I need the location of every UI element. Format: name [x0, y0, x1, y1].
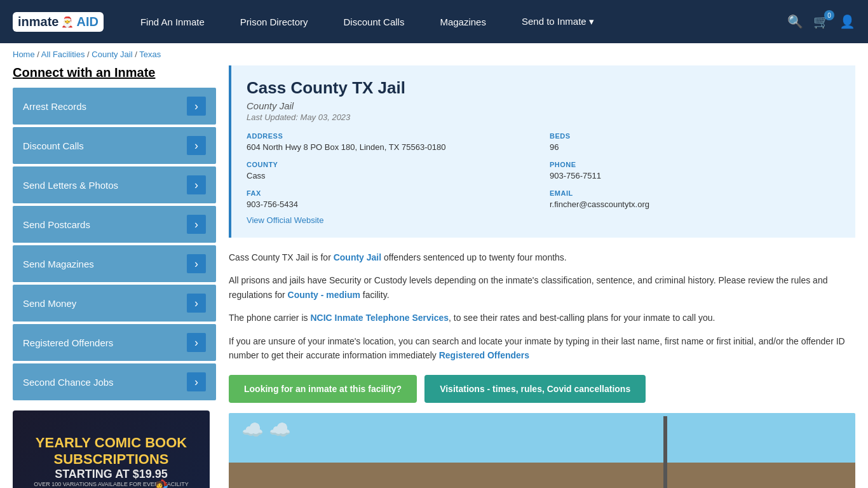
facility-photo: ☁️ ☁️ — [229, 413, 855, 488]
arrow-icon: › — [187, 215, 206, 234]
ad-line3: STARTING AT $19.95 — [55, 468, 168, 481]
sidebar-item-registered-offenders[interactable]: Registered Offenders › — [13, 324, 216, 361]
nav-send-to-inmate[interactable]: Send to Inmate ▾ — [504, 0, 612, 43]
sidebar-item-send-postcards[interactable]: Send Postcards › — [13, 206, 216, 243]
arrow-icon: › — [187, 372, 206, 391]
sidebar-item-label-arrest-records: Arrest Records — [23, 101, 86, 112]
sidebar-menu: Arrest Records › Discount Calls › Send L… — [13, 88, 216, 400]
nav-discount-calls[interactable]: Discount Calls — [326, 0, 423, 43]
cart-badge: 0 — [824, 10, 834, 20]
site-header: inmate 🎅 AID Find An Inmate Prison Direc… — [0, 0, 868, 43]
ad-heroes: 🦸 🦇 — [137, 482, 210, 488]
main-nav: Find An Inmate Prison Directory Discount… — [123, 0, 787, 43]
desc-p1-before: Cass County TX Jail is for — [229, 252, 334, 262]
arrow-icon: › — [187, 294, 206, 313]
nav-find-inmate[interactable]: Find An Inmate — [123, 0, 222, 43]
arrow-icon: › — [187, 254, 206, 273]
sidebar-item-label-second-chance-jobs: Second Chance Jobs — [23, 377, 114, 388]
county-label: COUNTY — [247, 161, 537, 168]
sidebar-item-send-magazines[interactable]: Send Magazines › — [13, 245, 216, 282]
breadcrumb-state[interactable]: Texas — [139, 50, 161, 59]
fax-label: FAX — [247, 189, 537, 197]
sidebar-item-second-chance-jobs[interactable]: Second Chance Jobs › — [13, 363, 216, 400]
logo-hat-icon: 🎅 — [61, 16, 74, 28]
sidebar-item-arrest-records[interactable]: Arrest Records › — [13, 88, 216, 125]
sidebar-item-label-registered-offenders: Registered Offenders — [23, 337, 113, 348]
desc-p2-after: facility. — [360, 290, 390, 300]
description-para4: If you are unsure of your inmate's locat… — [229, 334, 855, 363]
nav-right-icons: 🔍 🛒 0 👤 — [787, 14, 855, 29]
arrow-icon: › — [187, 175, 206, 194]
arrow-icon: › — [187, 97, 206, 116]
facility-updated: Last Updated: May 03, 2023 — [247, 112, 840, 122]
beds-block: BEDS 96 — [550, 132, 840, 152]
logo[interactable]: inmate 🎅 AID — [13, 12, 104, 32]
ad-line2: SUBSCRIPTIONS — [54, 451, 169, 468]
superman-icon: 🦸 — [137, 482, 175, 488]
registered-offenders-link[interactable]: Registered Offenders — [439, 350, 529, 360]
beds-label: BEDS — [550, 132, 840, 140]
sidebar-item-discount-calls[interactable]: Discount Calls › — [13, 127, 216, 164]
fax-value: 903-756-5434 — [247, 200, 298, 209]
breadcrumb-county-jail[interactable]: County Jail — [92, 50, 132, 59]
clouds-decoration: ☁️ ☁️ — [241, 419, 291, 440]
sidebar-item-send-money[interactable]: Send Money › — [13, 285, 216, 322]
county-jail-link[interactable]: County Jail — [334, 252, 381, 262]
sidebar-item-label-send-letters: Send Letters & Photos — [23, 180, 118, 191]
sidebar-item-label-discount-calls: Discount Calls — [23, 140, 84, 151]
user-icon[interactable]: 👤 — [839, 14, 855, 29]
sidebar: Connect with an Inmate Arrest Records › … — [13, 65, 216, 488]
email-value: r.fincher@casscountytx.org — [550, 200, 649, 209]
main-content: Cass County TX Jail County Jail Last Upd… — [229, 65, 855, 488]
sidebar-item-label-send-postcards: Send Postcards — [23, 219, 90, 230]
description-para1: Cass County TX Jail is for County Jail o… — [229, 250, 855, 264]
address-label: ADDRESS — [247, 132, 537, 140]
desc-p3-before: The phone carrier is — [229, 313, 310, 323]
ncic-link[interactable]: NCIC Inmate Telephone Services — [310, 313, 449, 323]
sidebar-item-label-send-money: Send Money — [23, 298, 76, 309]
nav-prison-directory[interactable]: Prison Directory — [222, 0, 326, 43]
breadcrumb-home[interactable]: Home — [13, 50, 35, 59]
sidebar-title: Connect with an Inmate — [13, 65, 216, 80]
pole-decoration — [663, 416, 667, 488]
desc-p4-text: If you are unsure of your inmate's locat… — [229, 336, 845, 360]
breadcrumb-all-facilities[interactable]: All Facilities — [41, 50, 85, 59]
breadcrumb: Home / All Facilities / County Jail / Te… — [0, 43, 868, 65]
description-section: Cass County TX Jail is for County Jail o… — [229, 250, 855, 362]
looking-for-inmate-button[interactable]: Looking for an inmate at this facility? — [229, 375, 417, 403]
search-icon[interactable]: 🔍 — [787, 14, 803, 29]
logo-area[interactable]: inmate 🎅 AID — [13, 12, 104, 32]
ad-line1: YEARLY COMIC BOOK — [36, 435, 187, 451]
sidebar-item-send-letters[interactable]: Send Letters & Photos › — [13, 166, 216, 203]
logo-text-inmate: inmate — [18, 15, 58, 29]
county-block: COUNTY Cass — [247, 161, 537, 180]
cta-buttons: Looking for an inmate at this facility? … — [229, 375, 855, 403]
county-value: Cass — [247, 171, 266, 180]
arrow-icon: › — [187, 333, 206, 352]
logo-text-aid: AID — [76, 15, 98, 29]
cart-icon[interactable]: 🛒 0 — [813, 14, 829, 29]
desc-p1-after: offenders sentenced up to twenty four mo… — [381, 252, 567, 262]
phone-block: PHONE 903-756-7511 — [550, 161, 840, 180]
county-medium-link[interactable]: County - medium — [288, 290, 360, 300]
email-label: EMAIL — [550, 189, 840, 197]
arrow-icon: › — [187, 136, 206, 155]
address-value: 604 North Hwy 8 PO Box 180, Linden, TX 7… — [247, 142, 445, 152]
nav-magazines[interactable]: Magazines — [422, 0, 504, 43]
main-container: Connect with an Inmate Arrest Records › … — [0, 65, 868, 488]
facility-name: Cass County TX Jail — [247, 78, 840, 98]
facility-details: ADDRESS 604 North Hwy 8 PO Box 180, Lind… — [247, 132, 840, 209]
phone-value: 903-756-7511 — [550, 171, 601, 180]
ad-banner[interactable]: YEARLY COMIC BOOK SUBSCRIPTIONS STARTING… — [13, 410, 210, 488]
official-website-link[interactable]: View Official Website — [247, 215, 323, 225]
address-block: ADDRESS 604 North Hwy 8 PO Box 180, Lind… — [247, 132, 537, 152]
beds-value: 96 — [550, 142, 559, 152]
description-para3: The phone carrier is NCIC Inmate Telepho… — [229, 311, 855, 325]
facility-type: County Jail — [247, 100, 840, 111]
visitations-button[interactable]: Visitations - times, rules, Covid cancel… — [424, 375, 646, 403]
email-block: EMAIL r.fincher@casscountytx.org — [550, 189, 840, 209]
phone-label: PHONE — [550, 161, 840, 168]
desc-p3-after: , to see their rates and best-calling pl… — [449, 313, 715, 323]
fax-block: FAX 903-756-5434 — [247, 189, 537, 209]
sidebar-item-label-send-magazines: Send Magazines — [23, 259, 94, 269]
